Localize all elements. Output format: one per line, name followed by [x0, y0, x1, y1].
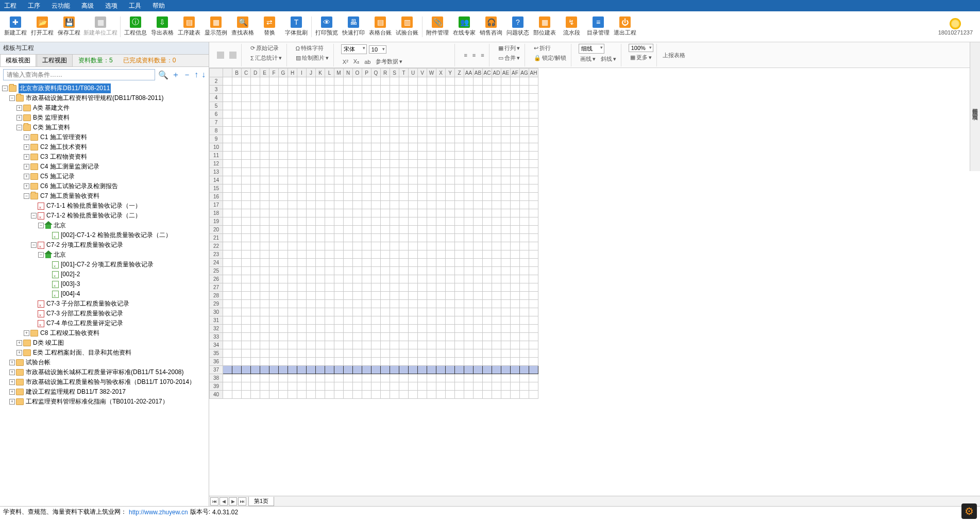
- toolbar-附件管理[interactable]: 📎附件管理: [424, 12, 451, 41]
- align-left-button[interactable]: ≡: [462, 52, 468, 59]
- down-icon[interactable]: ↓: [201, 70, 206, 79]
- toolbar-替换[interactable]: ⇄替换: [256, 12, 283, 41]
- tree-node[interactable]: 市政基础设施长城杯工程质量评审标准(DB11/T 514-2008): [26, 367, 184, 377]
- tree-root[interactable]: 北京市政资料库DB11/T808-2011: [19, 83, 111, 93]
- lock-button[interactable]: 🔒 锁定/解锁: [532, 54, 568, 62]
- prev-sheet-button[interactable]: ◀: [219, 497, 228, 506]
- sheet-tab[interactable]: 第1页: [248, 497, 274, 506]
- upload-button[interactable]: 上报表格: [661, 51, 687, 60]
- tree-node[interactable]: C类 施工资料: [33, 123, 70, 132]
- more-button[interactable]: ▦ 更多 ▾: [629, 53, 653, 62]
- toolbar-销售咨询[interactable]: 🎧销售咨询: [478, 12, 504, 41]
- add-icon[interactable]: ＋: [172, 70, 180, 80]
- tree-node[interactable]: 工程监理资料管理标准化指南（TB0101-202-2017）: [26, 397, 168, 407]
- toolbar-查找表格[interactable]: 🔍查找表格: [229, 12, 256, 41]
- toolbar-显示范例[interactable]: ▦显示范例: [202, 12, 229, 41]
- tree-leaf[interactable]: [002]-2: [61, 270, 80, 279]
- toolbar-保存工程[interactable]: 💾保存工程: [56, 12, 82, 41]
- spreadsheet-grid[interactable]: BCDEFGHIJKLMNOPQRSTUVWXYZAAABACADAEAFAGA…: [209, 68, 538, 399]
- settings-gear-icon[interactable]: ⚙: [961, 503, 977, 519]
- copy-button[interactable]: [215, 51, 226, 59]
- drawline-button[interactable]: 画线▾: [579, 55, 597, 63]
- toolbar-打印预览[interactable]: 👁打印预览: [313, 12, 340, 41]
- draw-pic-button[interactable]: ▨ 绘制图片 ▾: [294, 54, 330, 62]
- tab-template-view[interactable]: 模板视图: [0, 54, 36, 66]
- remove-icon[interactable]: －: [183, 70, 191, 80]
- tree-leaf[interactable]: C7-3 分部工程质量验收记录: [46, 309, 123, 318]
- special-char-button[interactable]: Ω 特殊字符: [294, 44, 325, 53]
- wrap-button[interactable]: ↩ 折行: [532, 44, 552, 53]
- tree-node[interactable]: 建设工程监理规程 DB11/T 382-2017: [26, 387, 126, 397]
- last-sheet-button[interactable]: ⏭: [238, 497, 246, 506]
- strike-button[interactable]: ab: [363, 57, 372, 66]
- tree-leaf[interactable]: [002]-C7-1-2 检验批质量验收记录（二）: [61, 230, 172, 240]
- toolbar-导出表格[interactable]: ⇩导出表格: [149, 12, 176, 41]
- tree-node[interactable]: C4 施工测量监测记录: [40, 162, 99, 172]
- first-sheet-button[interactable]: ⏮: [210, 497, 218, 506]
- tree-node[interactable]: C2 施工技术资料: [40, 142, 87, 152]
- line-style-select[interactable]: 细线: [579, 44, 604, 54]
- grid-area[interactable]: BCDEFGHIJKLMNOPQRSTUVWXYZAAABACADAEAFAGA…: [209, 68, 980, 496]
- menu-item[interactable]: 云功能: [52, 2, 70, 10]
- search-icon[interactable]: 🔍: [158, 70, 168, 80]
- align-right-button[interactable]: ≡: [479, 52, 485, 59]
- toolbar-目录管理[interactable]: ≡目录管理: [585, 12, 612, 41]
- params-button[interactable]: 参考数据 ▾: [374, 57, 404, 66]
- size-select[interactable]: 10: [369, 45, 386, 54]
- menu-item[interactable]: 工程: [4, 2, 16, 10]
- slash-button[interactable]: 斜线▾: [599, 55, 618, 63]
- up-icon[interactable]: ↑: [194, 70, 198, 79]
- menu-item[interactable]: 帮助: [153, 2, 165, 10]
- tree-node[interactable]: 市政基础设施工程质量检验与验收标准（DB11/T 1070-2014）: [26, 377, 195, 387]
- toolbar-新建单位工程[interactable]: ▦新建单位工程: [82, 12, 119, 41]
- font-select[interactable]: 宋体: [341, 44, 367, 54]
- tree-leaf[interactable]: 北京: [54, 221, 66, 230]
- tree-node[interactable]: C5 施工记录: [40, 172, 75, 181]
- toolbar-快速打印[interactable]: 🖶快速打印: [340, 12, 367, 41]
- tree-leaf[interactable]: C7-3 子分部工程质量验收记录: [46, 299, 129, 309]
- menu-item[interactable]: 高级: [81, 2, 94, 10]
- menu-item[interactable]: 工具: [129, 2, 141, 10]
- zoom-select[interactable]: 100%: [629, 44, 653, 52]
- tree-node[interactable]: B类 监理资料: [33, 113, 70, 123]
- toolbar-新建工程[interactable]: ✚新建工程: [2, 12, 29, 41]
- tree-node[interactable]: C7 施工质量验收资料: [40, 191, 99, 201]
- subscript-button[interactable]: X₂: [352, 57, 361, 66]
- menu-item[interactable]: 工序: [28, 2, 40, 10]
- paste-button[interactable]: [228, 51, 238, 59]
- tree-leaf[interactable]: [003]-3: [61, 279, 80, 289]
- tree-node[interactable]: 试验台帐: [26, 358, 50, 367]
- tree-node[interactable]: C1 施工管理资料: [40, 132, 87, 142]
- tree-leaf[interactable]: [001]-C7-2 分项工程质量验收记录: [61, 260, 154, 270]
- toolbar-字体批刷[interactable]: T字体批刷: [283, 12, 310, 41]
- tree-leaf[interactable]: 北京: [54, 250, 66, 260]
- search-input[interactable]: [3, 69, 155, 80]
- toolbar-退出工程[interactable]: ⏻退出工程: [612, 12, 638, 41]
- tree-leaf[interactable]: C7-4 单位工程质量评定记录: [46, 318, 123, 328]
- align-center-button[interactable]: ≡: [471, 52, 477, 59]
- merge-button[interactable]: ▭ 合并 ▾: [497, 54, 521, 62]
- toolbar-问题状态[interactable]: ?问题状态: [504, 12, 531, 41]
- tree-leaf[interactable]: C7-1-2 检验批质量验收记录（二）: [46, 211, 141, 221]
- rowcol-button[interactable]: ▦ 行列 ▾: [497, 44, 521, 53]
- right-sidebar[interactable]: 超链接图 可填写图: [970, 42, 980, 171]
- toolbar-试验台账[interactable]: ▥试验台账: [394, 12, 420, 41]
- tree-leaf[interactable]: [004]-4: [61, 289, 80, 299]
- tab-project-view[interactable]: 工程视图: [37, 54, 73, 66]
- tree-node[interactable]: E类 工程档案封面、目录和其他资料: [33, 348, 131, 358]
- orig-record-button[interactable]: ⟳ 原始记录: [249, 44, 280, 53]
- toolbar-在线专家[interactable]: 👥在线专家: [451, 12, 478, 41]
- user-box[interactable]: 18010271237: [938, 18, 973, 36]
- toolbar-打开工程[interactable]: 📂打开工程: [29, 12, 56, 41]
- tree-node[interactable]: 市政基础设施工程资料管理规程(DB11/T808-2011): [26, 93, 163, 103]
- summary-button[interactable]: Σ 汇总统计 ▾: [249, 54, 283, 62]
- toolbar-表格台账[interactable]: ▤表格台账: [367, 12, 394, 41]
- tree-node[interactable]: C6 施工试验记录及检测报告: [40, 181, 118, 191]
- status-link[interactable]: http://www.zhuyew.cn: [129, 509, 188, 516]
- tree-node[interactable]: A类 基建文件: [33, 103, 70, 113]
- toolbar-工序建表[interactable]: ▤工序建表: [176, 12, 202, 41]
- toolbar-流水段[interactable]: ↯流水段: [558, 12, 585, 41]
- toolbar-工程信息[interactable]: ⓘ工程信息: [122, 12, 149, 41]
- next-sheet-button[interactable]: ▶: [229, 497, 237, 506]
- tree-node[interactable]: C3 工程物资资料: [40, 152, 87, 162]
